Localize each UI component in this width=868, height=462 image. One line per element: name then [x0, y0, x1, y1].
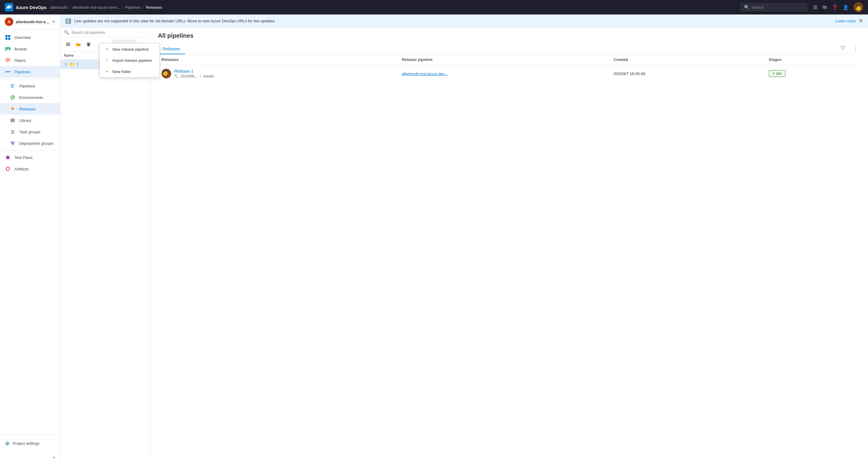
- release-cell: 🧑 Release-1 🔧 2020090... ⑂: [158, 65, 398, 82]
- release-row-left: 🧑 Release-1 🔧 2020090... ⑂: [161, 69, 395, 79]
- brand[interactable]: Azure DevOps: [5, 3, 47, 11]
- breadcrumb: alterbooth / alterbooth-hol-azure-devo..…: [50, 5, 737, 10]
- list-view-button[interactable]: [64, 40, 72, 49]
- stage-badge[interactable]: ✔ dev: [769, 70, 785, 77]
- sidebar-label-releases: Releases: [19, 107, 36, 111]
- project-settings-label: Project settings: [13, 441, 39, 446]
- brand-label: Azure DevOps: [16, 5, 47, 10]
- right-header: All pipelines Releases ⛉ ⋮: [151, 27, 868, 54]
- delete-button[interactable]: [84, 40, 93, 49]
- collapse-sidebar-button[interactable]: «: [0, 452, 60, 462]
- sidebar-label-test-plans: Test Plans: [14, 155, 33, 160]
- stage-name: dev: [776, 71, 782, 76]
- release-meta: 🔧 2020090... ⑂ master: [174, 74, 214, 79]
- sidebar-label-pipelines-sub: Pipelines: [19, 84, 35, 88]
- svg-rect-6: [9, 47, 10, 50]
- topnav-icons: ☰ 🛍 ❓ 👤 🧑: [813, 2, 863, 12]
- collapse-icon: «: [53, 455, 55, 460]
- search-pipelines-bar: 🔍: [60, 27, 150, 37]
- task-groups-icon: [10, 129, 16, 135]
- search-pipelines-icon: 🔍: [64, 30, 69, 35]
- folder-view-button[interactable]: [74, 40, 83, 49]
- breadcrumb-item-2[interactable]: Pipelines: [125, 5, 141, 10]
- sidebar-item-boards[interactable]: Boards: [0, 43, 60, 55]
- overview-icon: [5, 34, 11, 40]
- release-avatar: 🧑: [161, 69, 171, 79]
- name-column-header: Name: [64, 53, 74, 58]
- sidebar-item-environments[interactable]: Environments: [0, 92, 60, 103]
- org-header[interactable]: A alterbooth-hol-azure-... +: [0, 15, 60, 29]
- tab-actions: ⛉ ⋮: [838, 44, 861, 54]
- app-body: A alterbooth-hol-azure-... + Overview Bo…: [0, 15, 868, 462]
- artifacts-icon: [5, 166, 11, 172]
- sidebar-label-overview: Overview: [14, 35, 31, 40]
- stage-check-icon: ✔: [772, 71, 775, 76]
- sidebar-item-task-groups[interactable]: Task groups: [0, 126, 60, 138]
- created-cell: 2020/9/7 16:30:49: [610, 65, 765, 82]
- learn-more-link[interactable]: Learn more: [836, 19, 856, 23]
- new-folder-icon: ＋: [104, 69, 110, 74]
- project-settings-item[interactable]: ⚙️ Project settings: [5, 439, 55, 447]
- col-created: Created: [610, 54, 765, 65]
- sidebar-label-artifacts: Artifacts: [14, 167, 29, 171]
- new-dropdown-menu: ＋ New release pipeline ↑ Import release …: [99, 43, 160, 78]
- breadcrumb-item-0[interactable]: alterbooth: [50, 5, 68, 10]
- banner-close-button[interactable]: ✕: [859, 18, 863, 24]
- import-release-pipeline-item[interactable]: ↑ Import release pipeline: [100, 55, 159, 66]
- stages-cell: ✔ dev: [765, 65, 861, 82]
- sidebar-label-pipelines: Pipelines: [14, 70, 30, 74]
- tabs: Releases ⛉ ⋮: [158, 44, 861, 54]
- boards-icon: [5, 46, 11, 52]
- add-org-button[interactable]: +: [52, 19, 55, 25]
- deployment-groups-icon: [10, 140, 16, 146]
- org-avatar: A: [5, 18, 13, 26]
- bag-icon[interactable]: 🛍: [822, 4, 827, 10]
- info-banner: ℹ️ Live updates are not supported in thi…: [60, 15, 868, 27]
- pipeline-link[interactable]: alterbooth-hol-azure-dev...: [402, 71, 447, 76]
- people-icon[interactable]: 👤: [843, 4, 849, 10]
- breadcrumb-item-1[interactable]: alterbooth-hol-azure-devo...: [72, 5, 121, 10]
- sidebar-item-deployment-groups[interactable]: Deployment groups: [0, 138, 60, 149]
- sidebar-item-pipelines[interactable]: Pipelines: [0, 66, 60, 78]
- environments-icon: [10, 94, 16, 100]
- import-icon: ↑: [104, 58, 110, 63]
- svg-point-17: [12, 144, 13, 145]
- svg-rect-5: [7, 47, 8, 50]
- releases-table: Releases Release pipeline Created Stages: [158, 54, 861, 82]
- svg-rect-13: [12, 118, 13, 122]
- sidebar-item-pipelines-sub[interactable]: Pipelines: [0, 80, 60, 92]
- release-branch: master: [204, 74, 215, 79]
- help-icon[interactable]: ❓: [832, 4, 838, 10]
- search-box[interactable]: 🔍: [741, 3, 807, 11]
- search-pipelines-input[interactable]: [71, 30, 147, 35]
- table-row: 🧑 Release-1 🔧 2020090... ⑂: [158, 65, 861, 82]
- svg-rect-3: [8, 38, 10, 40]
- user-avatar[interactable]: 🧑: [854, 2, 863, 12]
- banner-text: Live updates are not supported in this v…: [74, 19, 833, 23]
- filter-button[interactable]: ⛉: [838, 44, 848, 53]
- new-folder-item[interactable]: ＋ New folder: [100, 66, 159, 77]
- sidebar-item-test-plans[interactable]: Test Plans: [0, 152, 60, 163]
- list-icon[interactable]: ☰: [813, 4, 817, 10]
- svg-rect-10: [7, 72, 7, 72]
- build-icon: 🔧: [174, 74, 179, 79]
- sidebar-item-overview[interactable]: Overview: [0, 32, 60, 43]
- settings-icon: ⚙️: [5, 441, 10, 446]
- search-input[interactable]: [752, 5, 804, 10]
- sidebar-label-library: Library: [19, 118, 31, 123]
- tab-releases[interactable]: Releases: [158, 44, 185, 54]
- new-release-pipeline-item[interactable]: ＋ New release pipeline: [100, 44, 159, 55]
- svg-rect-14: [14, 118, 14, 122]
- sidebar-item-library[interactable]: Library: [0, 115, 60, 126]
- pipeline-list: Name ▼ 📁 \ ⋯: [60, 52, 150, 462]
- tab-releases-label: Releases: [163, 47, 180, 51]
- sidebar-item-releases[interactable]: Releases: [0, 103, 60, 115]
- more-options-right-button[interactable]: ⋮: [850, 44, 861, 53]
- sidebar-nav: Overview Boards Repos Pipe: [0, 29, 60, 434]
- release-name-link[interactable]: Release-1: [174, 69, 193, 74]
- sidebar: A alterbooth-hol-azure-... + Overview Bo…: [0, 15, 60, 462]
- sidebar-item-artifacts[interactable]: Artifacts: [0, 163, 60, 175]
- folder-collapse-icon: ▼: [64, 62, 68, 67]
- svg-rect-11: [8, 72, 9, 72]
- sidebar-item-repos[interactable]: Repos: [0, 55, 60, 66]
